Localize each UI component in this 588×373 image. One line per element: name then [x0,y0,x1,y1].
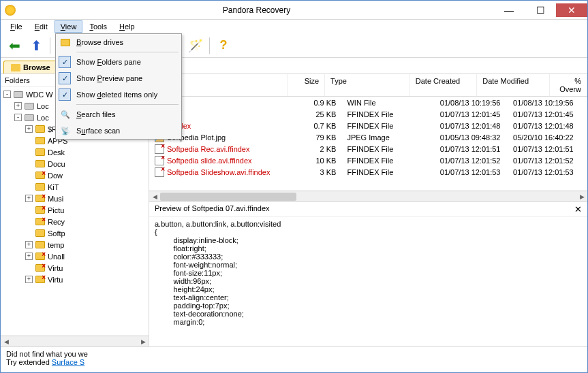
file-row[interactable]: .ffindex0.7 KBFFINDEX File01/07/13 12:01… [149,120,587,131]
cell-created: 01/08/13 10:19:56 [435,99,508,107]
tree-node[interactable]: Dow [1,169,149,181]
tree-expander[interactable]: + [14,102,22,110]
cell-modified: 01/07/13 12:01:51 [508,145,587,153]
close-button[interactable]: ✕ [556,3,587,17]
back-button[interactable]: ⬅ [5,36,24,55]
cell-size: 10 KB [302,157,342,165]
tree-node[interactable]: Softp [1,227,149,239]
file-icon [155,167,164,177]
tree-node[interactable]: Docu [1,158,149,169]
tree-expander [25,206,33,214]
cell-size: 0.9 KB [302,99,342,107]
preview-header: Preview of Softpedia 07.avi.ffindex ✕ [149,202,587,217]
tree-expander[interactable]: + [25,276,33,283]
column-overwritten[interactable]: % Overw [550,74,587,96]
folder-del-icon [35,274,46,285]
folder-del-icon [35,193,46,204]
toolbar-separator [50,37,50,54]
scroll-left-icon[interactable]: ◀ [1,336,12,346]
folder-del-icon [35,170,46,181]
tree-expander[interactable]: + [25,125,33,133]
check-icon: ✓ [59,72,71,84]
menu-tools[interactable]: Tools [84,21,112,32]
cell-modified: 01/07/13 12:01:53 [508,168,587,176]
tree-hscrollbar[interactable]: ◀ ▶ [1,336,149,346]
scroll-left-icon[interactable]: ◀ [149,191,160,201]
preview-content[interactable]: a.button, a.button:link, a.button:visite… [149,217,587,346]
file-row[interactable]: Softpedia Rec.avi.ffindex2 KBFFINDEX Fil… [149,143,587,155]
menu-item[interactable]: 🔍Search files [56,106,181,123]
tree-expander[interactable]: + [25,241,33,248]
tree-label: Softp [48,229,65,238]
folder-icon [35,182,46,193]
toolbar-separator [209,37,210,54]
cell-type: FFINDEX File [341,168,434,176]
scan-icon: 📡 [59,125,72,137]
column-created[interactable]: Date Created [410,74,477,96]
menu-item[interactable]: ✓Show Folders pane [56,54,181,70]
tree-node[interactable]: +temp [1,239,149,250]
menu-separator [76,104,179,105]
tree-node[interactable]: Virtu [1,262,149,274]
scroll-thumb[interactable] [160,193,296,201]
menu-edit[interactable]: Edit [29,21,53,32]
file-row[interactable]: Softpedia Plot.jpg79 KBJPEG Image01/05/1… [149,131,587,143]
preview-close-button[interactable]: ✕ [574,204,582,214]
tree-expander[interactable]: - [14,114,22,121]
up-button[interactable]: ⬆ [27,36,46,55]
tree-label: Virtu [48,276,63,284]
column-headers: Size Type Date Created Date Modified % O… [149,74,587,97]
tree-node[interactable]: +Unall [1,250,149,262]
tree-expander[interactable]: + [25,253,33,260]
menu-item[interactable]: Browse drives [56,34,181,50]
scroll-right-icon[interactable]: ▶ [576,191,587,201]
tree-label: Virtu [48,264,63,272]
maximize-button[interactable]: ☐ [525,3,556,17]
scroll-right-icon[interactable]: ▶ [138,336,149,346]
minimize-button[interactable]: — [493,3,525,17]
tree-node[interactable]: Pictu [1,204,149,216]
surface-scan-link[interactable]: Surface S [52,358,84,366]
file-row[interactable]: ex25 KBFFINDEX File01/07/13 12:01:4501/0… [149,108,587,120]
file-list[interactable]: 0.9 KBWIN File01/08/13 10:19:5601/08/13 … [149,97,587,191]
column-type[interactable]: Type [325,74,410,96]
file-row[interactable]: 0.9 KBWIN File01/08/13 10:19:5601/08/13 … [149,97,587,108]
tree-label: Dow [48,172,63,180]
help-button[interactable]: ? [214,36,233,55]
drive-icon [24,101,35,112]
column-size[interactable]: Size [288,74,325,96]
tree-node[interactable]: Recy [1,216,149,227]
file-row[interactable]: Softpedia slide.avi.ffindex10 KBFFINDEX … [149,155,587,166]
folder-icon [35,147,46,158]
cell-size: 0.7 KB [302,122,342,130]
list-hscrollbar[interactable]: ◀ ▶ [149,191,587,201]
tree-expander [25,264,33,272]
tree-node[interactable]: +Musi [1,193,149,204]
menu-help[interactable]: Help [114,21,140,32]
menu-file[interactable]: File [5,21,28,32]
app-icon [5,5,16,16]
menu-separator [76,52,179,52]
tree-node[interactable]: Desk [1,146,149,158]
menu-view[interactable]: View [55,20,83,33]
menu-item[interactable]: 📡Surface scan [56,123,181,139]
cell-created: 01/07/13 12:01:53 [435,168,508,176]
status-footer: Did not find what you we Try extended Su… [1,346,587,372]
cell-created: 01/07/13 12:01:51 [435,145,508,153]
tree-expander[interactable]: + [25,195,33,202]
file-row[interactable]: Softpedia Slideshow.avi.ffindex3 KBFFIND… [149,166,587,178]
tree-node[interactable]: +Virtu [1,274,149,285]
view-menu-dropdown[interactable]: Browse drives✓Show Folders pane✓Show Pre… [55,33,182,140]
tree-node[interactable]: KiT [1,181,149,193]
menu-item[interactable]: ✓Show deleted items only [56,86,181,103]
cell-created: 01/05/13 09:48:32 [435,133,508,142]
cell-modified: 01/07/13 12:01:52 [508,157,587,165]
column-modified[interactable]: Date Modified [477,74,550,96]
wizard-button[interactable]: 🪄 [186,36,205,55]
tab-browse[interactable]: Browse [3,61,58,74]
menu-item[interactable]: ✓Show Preview pane [56,70,181,86]
cell-type: FFINDEX File [341,110,434,118]
tree-expander[interactable]: - [3,91,11,98]
menu-bar: File Edit View Tools Help [1,20,587,33]
tree-label: WDC W [26,91,53,99]
